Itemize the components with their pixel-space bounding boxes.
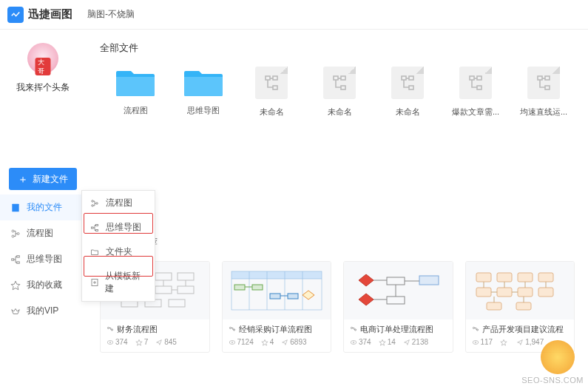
star-icon (135, 339, 143, 346)
svg-rect-51 (303, 271, 322, 279)
svg-rect-40 (169, 299, 185, 307)
flow-icon (350, 326, 357, 333)
flow-icon (472, 326, 479, 333)
svg-rect-33 (178, 273, 194, 280)
page-title: 脑图-不烧脑 (87, 8, 135, 21)
file-item[interactable]: 流程图 (112, 67, 159, 118)
eye-icon (107, 339, 114, 346)
mind-icon (10, 254, 21, 265)
sidebar: 大哥 我来挥个头条 ＋ 新建文件 我的文件 流程图 思维导图 我的收藏 (0, 30, 85, 386)
svg-rect-37 (178, 286, 194, 294)
templates-section: 常用模板推荐 财务流程图 374 7 845 (100, 236, 575, 353)
folder-icon (184, 67, 223, 98)
svg-rect-6 (17, 261, 20, 263)
svg-rect-20 (341, 86, 345, 89)
svg-rect-18 (334, 76, 338, 80)
svg-point-90 (473, 340, 479, 344)
svg-rect-12 (96, 224, 98, 226)
file-item[interactable]: 均速直线运... (520, 67, 567, 118)
file-item[interactable]: 未命名 (316, 67, 363, 118)
share-icon (403, 339, 410, 346)
svg-marker-77 (379, 339, 385, 345)
popup-label: 文件夹 (106, 246, 132, 258)
svg-marker-67 (262, 339, 268, 345)
new-file-button[interactable]: ＋ 新建文件 (9, 168, 77, 190)
section-all-files-title: 全部文件 (100, 41, 575, 55)
svg-rect-25 (477, 76, 481, 80)
nav-label: 流程图 (27, 227, 53, 240)
svg-rect-78 (476, 273, 491, 282)
popup-flowchart[interactable]: 流程图 (82, 191, 155, 215)
new-file-popup: 流程图 思维导图 文件夹 从模板新建 (81, 190, 155, 302)
svg-rect-49 (267, 271, 285, 279)
svg-rect-29 (545, 86, 550, 89)
svg-rect-23 (409, 86, 413, 89)
svg-point-64 (233, 328, 234, 330)
svg-rect-27 (538, 76, 542, 80)
template-card[interactable]: 电商订单处理流程图 374 14 2138 (343, 261, 453, 353)
svg-marker-92 (501, 339, 507, 345)
template-thumbnail (223, 262, 331, 319)
avatar[interactable]: 大哥 (27, 43, 58, 74)
template-card[interactable]: 产品开发项目建议流程 117 1,947 (465, 261, 575, 353)
nav-vip[interactable]: 我的VIP (0, 298, 85, 324)
popup-mindmap[interactable]: 思维导图 (82, 215, 155, 240)
file-item[interactable]: 未命名 (384, 67, 431, 118)
popup-label: 从模板新建 (105, 270, 147, 295)
eye-icon (229, 339, 236, 346)
file-label: 未命名 (328, 106, 352, 118)
template-thumbnail (466, 262, 575, 319)
svg-rect-15 (266, 76, 270, 80)
watermark-badge (541, 340, 575, 374)
svg-rect-80 (518, 273, 533, 282)
nav-my-files[interactable]: 我的文件 (0, 194, 85, 220)
svg-rect-50 (285, 271, 303, 279)
file-item[interactable]: 思维导图 (180, 67, 227, 118)
svg-rect-85 (538, 288, 553, 297)
template-card[interactable]: 经销采购订单流程图 7124 4 6893 (222, 261, 332, 353)
star-icon (10, 280, 21, 291)
popup-label: 思维导图 (106, 221, 141, 234)
document-icon (459, 67, 492, 99)
svg-rect-84 (518, 288, 533, 297)
file-item[interactable]: 爆款文章需... (452, 67, 499, 118)
svg-point-88 (473, 327, 474, 328)
svg-rect-82 (476, 288, 491, 297)
file-label: 均速直线运... (520, 106, 567, 118)
nav-flowchart[interactable]: 流程图 (0, 220, 85, 246)
popup-folder[interactable]: 文件夹 (82, 240, 155, 264)
template-name: 财务流程图 (117, 324, 158, 335)
new-file-label: 新建文件 (33, 173, 68, 186)
file-label: 未命名 (396, 106, 420, 118)
share-icon (281, 339, 288, 346)
nav-mindmap[interactable]: 思维导图 (0, 246, 85, 272)
watermark-text: SEO-SNS.COM (521, 376, 584, 385)
svg-rect-60 (270, 294, 280, 299)
svg-point-63 (229, 327, 231, 328)
document-icon (391, 67, 424, 99)
app-logo[interactable]: 迅捷画图 (7, 7, 72, 23)
vip-icon (10, 306, 21, 316)
stat-views: 374 (107, 338, 128, 346)
svg-rect-81 (538, 273, 553, 282)
file-label: 未命名 (260, 106, 284, 118)
popup-from-template[interactable]: 从模板新建 (82, 264, 155, 301)
svg-rect-32 (155, 273, 172, 280)
svg-rect-58 (234, 285, 245, 290)
share-icon (516, 339, 524, 346)
nav-favorites[interactable]: 我的收藏 (0, 272, 85, 298)
svg-point-10 (96, 202, 98, 204)
svg-rect-24 (470, 76, 474, 80)
template-meta: 电商订单处理流程图 374 14 2138 (344, 319, 453, 352)
svg-point-91 (475, 342, 476, 343)
file-item[interactable]: 未命名 (248, 67, 295, 118)
svg-marker-45 (136, 339, 142, 345)
file-icon (10, 203, 21, 213)
nav-label: 我的VIP (27, 305, 58, 317)
app-header: 迅捷画图 脑图-不烧脑 (0, 0, 588, 30)
svg-rect-72 (387, 297, 405, 304)
folder-icon (116, 67, 155, 98)
svg-marker-62 (303, 291, 314, 299)
svg-point-65 (229, 340, 235, 344)
template-name: 电商订单处理流程图 (360, 324, 433, 335)
